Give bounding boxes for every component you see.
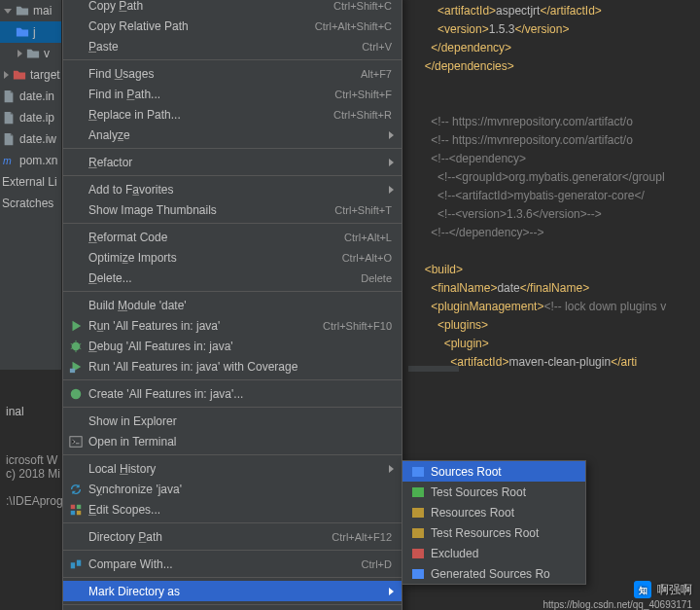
menu-separator [63, 604, 402, 605]
menu-item[interactable]: Directory PathCtrl+Alt+F12 [63, 526, 402, 547]
sync-icon [69, 483, 83, 496]
menu-item[interactable]: Local History [63, 458, 402, 479]
menu-separator [63, 59, 402, 60]
debug-icon [69, 340, 83, 353]
tree-toggle-icon[interactable] [4, 9, 12, 14]
menu-item[interactable]: Synchronize 'java' [63, 479, 402, 499]
code-line[interactable]: </dependencies> [418, 57, 700, 76]
code-line[interactable]: <version>1.5.3</version> [418, 20, 700, 39]
menu-item-label: Build Module 'date' [88, 299, 187, 312]
tree-item[interactable]: date.in [0, 86, 61, 107]
menu-item[interactable]: PasteCtrl+V [63, 36, 402, 56]
code-line[interactable]: <!-- https://mvnrepository.com/artifact/… [418, 131, 700, 150]
menu-item-label: Show in Explorer [88, 414, 177, 428]
menu-item[interactable]: Refactor [63, 152, 402, 172]
menu-item[interactable]: Debug 'All Features in: java' [63, 336, 402, 356]
code-line[interactable] [418, 94, 700, 113]
svg-text:知: 知 [638, 586, 648, 595]
menu-item-label: Optimize Imports [88, 251, 177, 265]
folder-icon [26, 47, 40, 60]
menu-item[interactable]: Reformat CodeCtrl+Alt+L [63, 227, 402, 247]
menu-item-label: Synchronize 'java' [88, 483, 182, 496]
code-editor[interactable]: <artifactId>aspectjrt</artifactId> <vers… [408, 0, 700, 370]
tree-item[interactable]: External Li [0, 171, 61, 193]
code-line[interactable]: <build> [418, 261, 700, 279]
submenu-item[interactable]: Resources Root [402, 502, 585, 522]
code-line[interactable]: <plugin> [418, 335, 700, 353]
submenu-item[interactable]: Generated Sources Ro [402, 563, 585, 584]
menu-item[interactable]: Find in Path...Ctrl+Shift+F [63, 84, 402, 104]
code-line[interactable]: <!--<version>1.3.6</version>--> [418, 205, 700, 224]
code-line[interactable]: <!--<groupId>org.mybatis.generator</grou… [418, 168, 700, 187]
submenu-item-label: Sources Root [431, 465, 502, 479]
menu-shortcut: Ctrl+Alt+F12 [332, 531, 392, 543]
svg-point-3 [71, 388, 82, 399]
code-line[interactable]: </dependency> [418, 39, 700, 57]
code-line[interactable]: <finalName>date</finalName> [418, 279, 700, 298]
menu-item-label: Refactor [88, 156, 132, 169]
menu-item[interactable]: Create 'All Features in: java'... [63, 383, 402, 404]
tree-item[interactable]: j [0, 21, 61, 43]
menu-shortcut: Ctrl+Alt+L [344, 232, 392, 243]
menu-item[interactable]: Find UsagesAlt+F7 [63, 63, 402, 84]
menu-item-label: Mark Directory as [88, 585, 180, 598]
menu-item[interactable]: Delete...Delete [63, 268, 402, 288]
code-line[interactable]: <pluginManagement><!-- lock down plugins… [418, 298, 700, 316]
project-tree[interactable]: maijvtargetdate.indate.ipdate.iwmpom.xnE… [0, 0, 62, 370]
menu-item[interactable]: Show in Explorer [63, 411, 402, 431]
menu-item[interactable]: Add to Favorites [63, 179, 402, 199]
menu-item[interactable]: Compare With...Ctrl+D [63, 554, 402, 574]
tree-toggle-icon[interactable] [4, 71, 9, 79]
code-line[interactable]: <!--</dependency>--> [418, 224, 700, 242]
menu-item[interactable]: Replace in Path...Ctrl+Shift+R [63, 104, 402, 125]
menu-item[interactable]: Analyze [63, 125, 402, 145]
file-icon [2, 111, 16, 125]
code-line[interactable]: <!-- https://mvnrepository.com/artifact/… [418, 113, 700, 131]
menu-item[interactable]: Optimize ImportsCtrl+Alt+O [63, 247, 402, 268]
tree-item[interactable]: Scratches [0, 193, 61, 214]
menu-item[interactable]: Copy Relative PathCtrl+Alt+Shift+C [63, 16, 402, 36]
code-line[interactable]: <plugins> [418, 316, 700, 335]
code-line[interactable]: <!--<artifactId>mybatis-generator-core</ [418, 187, 700, 205]
file-icon [2, 132, 16, 146]
menu-separator [63, 407, 402, 408]
submenu-arrow-icon [389, 465, 394, 473]
tree-item-label: date.iw [19, 132, 56, 146]
folder-icon [16, 4, 29, 18]
menu-item[interactable]: Open in Terminal [63, 431, 402, 451]
mark-directory-submenu: Sources RootTest Sources RootResources R… [402, 460, 586, 585]
submenu-item-label: Generated Sources Ro [431, 567, 550, 581]
menu-item[interactable]: Build Module 'date' [63, 295, 402, 315]
code-line[interactable]: <artifactId>maven-clean-plugin</arti [418, 353, 700, 370]
submenu-item[interactable]: Sources Root [402, 461, 585, 482]
submenu-item[interactable]: Excluded [402, 543, 585, 563]
tree-item[interactable]: mai [0, 0, 61, 21]
menu-separator [63, 454, 402, 455]
menu-item[interactable]: Show Image ThumbnailsCtrl+Shift+T [63, 199, 402, 220]
code-line[interactable]: <artifactId>aspectjrt</artifactId> [418, 2, 700, 20]
menu-item-label: Copy Path [88, 0, 143, 13]
tree-item[interactable]: mpom.xn [0, 150, 61, 171]
tree-item[interactable]: date.iw [0, 128, 61, 150]
menu-item-label: Create 'All Features in: java'... [88, 387, 243, 401]
menu-item[interactable]: Run 'All Features in: java'Ctrl+Shift+F1… [63, 315, 402, 336]
tree-toggle-icon[interactable] [18, 50, 22, 57]
svg-rect-4 [70, 436, 82, 447]
tree-item[interactable]: target [0, 64, 61, 86]
menu-item[interactable]: Mark Directory as [63, 581, 402, 601]
menu-item[interactable]: Edit Scopes... [63, 499, 402, 520]
menu-item[interactable]: Run 'All Features in: java' with Coverag… [63, 356, 402, 377]
tree-item[interactable]: date.ip [0, 107, 61, 128]
submenu-item[interactable]: Test Sources Root [402, 482, 585, 502]
code-line[interactable] [418, 76, 700, 94]
code-line[interactable] [418, 242, 700, 261]
tree-item[interactable]: v [0, 43, 61, 64]
menu-item-label: Edit Scopes... [88, 503, 160, 517]
menu-item[interactable]: Copy PathCtrl+Shift+C [63, 0, 402, 16]
code-line[interactable]: <!--<dependency> [418, 150, 700, 168]
tree-item-label: External Li [2, 175, 57, 189]
watermark: 知 啊强啊 [634, 581, 692, 598]
tree-item-label: date.ip [19, 111, 54, 125]
submenu-item[interactable]: Test Resources Root [402, 522, 585, 543]
context-menu: Copy PathCtrl+Shift+CCopy Relative PathC… [62, 0, 402, 610]
